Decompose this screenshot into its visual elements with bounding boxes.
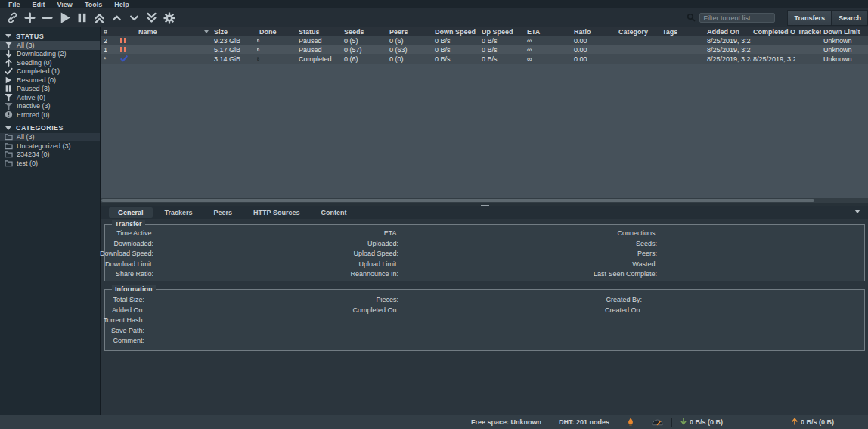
col-down-speed[interactable]: Down Speed <box>432 27 479 36</box>
completed-check-icon <box>118 55 136 64</box>
field-label: Uploaded: <box>367 240 398 247</box>
options-gear-icon[interactable] <box>163 11 175 24</box>
separator <box>671 418 672 427</box>
field-label: Torrent Hash: <box>104 316 144 324</box>
categories-section-header[interactable]: CATEGORIES <box>0 123 100 133</box>
field-label: Pieces: <box>376 296 398 303</box>
sidebar-item-active[interactable]: Active (0) <box>0 93 100 102</box>
col-state-icon[interactable] <box>118 27 136 36</box>
col-done[interactable]: Done <box>257 27 296 36</box>
field-label: Downloaded: <box>113 240 153 247</box>
col-size[interactable]: Size <box>212 27 257 36</box>
progress-bar: 9.2% <box>257 46 296 54</box>
col-eta[interactable]: ETA <box>525 27 572 36</box>
add-link-icon[interactable] <box>6 11 19 24</box>
field-label: Last Seen Complete: <box>594 270 657 278</box>
table-row[interactable]: 1 5.17 GiB 9.2% Paused 0 (57) 0 (63) 0 B… <box>101 45 868 54</box>
paused-state-icon <box>118 37 136 45</box>
separator <box>783 418 783 427</box>
sidebar-item-all-categories[interactable]: All (3) <box>0 133 100 142</box>
col-up-speed[interactable]: Up Speed <box>479 27 525 36</box>
status-section-header[interactable]: STATUS <box>0 31 100 41</box>
move-bottom-icon[interactable] <box>145 11 158 24</box>
tab-trackers[interactable]: Trackers <box>156 207 202 218</box>
tab-http-sources[interactable]: HTTP Sources <box>244 207 308 218</box>
dht-nodes[interactable]: DHT: 201 nodes <box>559 418 609 426</box>
paused-state-icon <box>118 46 136 54</box>
sidebar-item-errored[interactable]: Errored (0) <box>0 110 100 120</box>
tab-search[interactable]: Search <box>832 10 868 26</box>
sidebar-item-test[interactable]: test (0) <box>0 159 100 168</box>
collapse-triangle-icon <box>5 34 11 38</box>
speed-gauge-icon[interactable] <box>652 418 663 426</box>
progress-bar: 100.0% <box>257 55 296 63</box>
sidebar-item-seeding[interactable]: Seeding (0) <box>0 58 100 67</box>
sidebar: STATUS All (3) Downloading (2) Seeding (… <box>0 27 101 415</box>
sort-indicator-icon <box>204 30 209 33</box>
table-row[interactable]: 2 9.23 GiB 0.4% Paused 0 (5) 0 (6) 0 B/s… <box>101 36 868 45</box>
sidebar-item-all-status[interactable]: All (3) <box>0 41 100 50</box>
sidebar-item-paused[interactable]: Paused (3) <box>0 85 100 94</box>
tab-peers[interactable]: Peers <box>205 207 242 218</box>
sidebar-item-resumed[interactable]: Resumed (0) <box>0 76 100 85</box>
move-down-icon[interactable] <box>128 11 141 24</box>
menu-file[interactable]: File <box>3 1 26 8</box>
tab-transfers[interactable]: Transfers <box>787 10 832 26</box>
status-section-title: STATUS <box>16 33 44 40</box>
sidebar-item-uncategorized[interactable]: Uncategorized (3) <box>0 141 100 151</box>
move-up-icon[interactable] <box>110 11 123 24</box>
col-status[interactable]: Status <box>296 27 342 36</box>
field-label: Download Speed: <box>100 250 153 257</box>
sidebar-item-inactive[interactable]: Inactive (3) <box>0 102 100 111</box>
tab-general[interactable]: General <box>109 207 153 218</box>
separator <box>643 418 643 427</box>
tab-content[interactable]: Content <box>312 207 355 218</box>
pause-icon[interactable] <box>76 11 88 24</box>
col-number[interactable]: # <box>101 27 118 36</box>
field-label: Added On: <box>112 306 144 314</box>
move-top-icon[interactable] <box>93 11 106 24</box>
folder-icon <box>4 151 13 159</box>
play-icon <box>4 76 13 84</box>
add-torrent-icon[interactable] <box>23 11 36 24</box>
col-category[interactable]: Category <box>616 27 660 36</box>
details-panel: General Trackers Peers HTTP Sources Cont… <box>101 206 868 415</box>
panel-collapse-icon[interactable] <box>854 210 860 213</box>
table-row[interactable]: * 3.14 GiB 100.0% Completed 0 (6) 0 (0) … <box>101 54 868 64</box>
sidebar-item-downloading[interactable]: Downloading (2) <box>0 50 100 59</box>
menu-tools[interactable]: Tools <box>79 1 107 8</box>
resume-icon[interactable] <box>58 11 71 24</box>
col-ratio[interactable]: Ratio <box>572 27 616 36</box>
field-label: Reannounce In: <box>350 270 398 278</box>
menu-view[interactable]: View <box>52 1 78 8</box>
search-icon <box>687 13 696 23</box>
download-speed[interactable]: 0 B/s (0 B) <box>680 418 723 427</box>
col-seeds[interactable]: Seeds <box>342 27 387 36</box>
col-tags[interactable]: Tags <box>660 27 705 36</box>
field-label: Download Limit: <box>105 260 153 268</box>
col-down-limit[interactable]: Down Limit <box>821 27 865 36</box>
connection-status-icon[interactable] <box>627 418 634 427</box>
menu-help[interactable]: Help <box>109 1 135 8</box>
filter-torrent-input[interactable] <box>699 13 775 23</box>
delete-icon[interactable] <box>41 11 54 24</box>
categories-section-title: CATEGORIES <box>16 124 64 132</box>
upload-speed[interactable]: 0 B/s (0 B) <box>792 418 834 427</box>
field-label: Peers: <box>637 250 657 257</box>
col-peers[interactable]: Peers <box>387 27 432 36</box>
field-label: Comment: <box>113 337 144 344</box>
menu-edit[interactable]: Edit <box>27 1 51 8</box>
filter-icon <box>4 41 13 49</box>
col-completed-on[interactable]: Completed On <box>751 27 795 36</box>
field-label: Share Ratio: <box>116 270 153 278</box>
status-bar: Free space: Unknown DHT: 201 nodes 0 B/s… <box>0 415 868 429</box>
col-added-on[interactable]: Added On <box>705 27 751 36</box>
field-label: Completed On: <box>352 306 398 314</box>
sidebar-item-234234[interactable]: 234234 (0) <box>0 151 100 160</box>
download-arrow-icon <box>680 418 687 427</box>
sidebar-item-completed[interactable]: Completed (1) <box>0 67 100 76</box>
col-name[interactable]: Name <box>136 27 212 36</box>
folder-icon <box>4 141 13 150</box>
scrollbar-thumb[interactable] <box>101 199 814 202</box>
col-tracker[interactable]: Tracker <box>795 27 821 36</box>
